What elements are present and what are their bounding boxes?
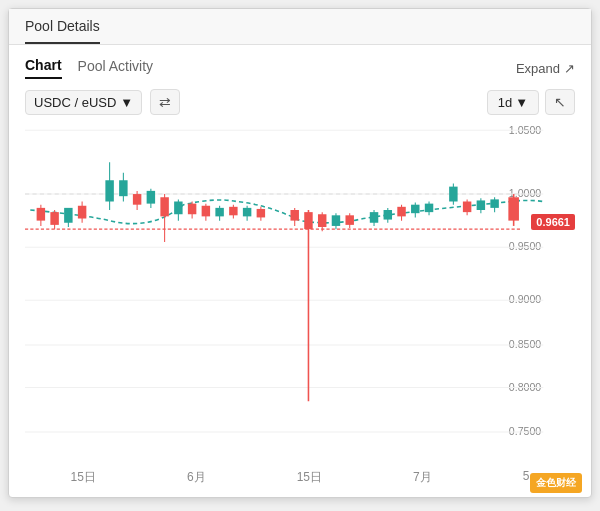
current-price-label: 0.9661: [531, 214, 575, 230]
expand-button[interactable]: Expand ↗: [516, 61, 575, 76]
pair-selector: USDC / eUSD ▼ ⇄: [25, 89, 180, 115]
tab-chart[interactable]: Chart: [25, 57, 62, 79]
x-axis: 15日 6月 15日 7月 5: [25, 469, 575, 486]
cursor-button[interactable]: ↖: [545, 89, 575, 115]
svg-rect-62: [397, 207, 405, 217]
svg-rect-30: [147, 191, 155, 204]
svg-rect-72: [477, 200, 485, 210]
cursor-icon: ↖: [554, 94, 566, 110]
x-label-7month: 7月: [413, 469, 432, 486]
pair-button[interactable]: USDC / eUSD ▼: [25, 90, 142, 115]
expand-label: Expand: [516, 61, 560, 76]
svg-rect-52: [318, 214, 326, 227]
tabs-left: Chart Pool Activity: [25, 57, 153, 79]
svg-text:0.8500: 0.8500: [509, 338, 541, 350]
expand-icon: ↗: [564, 61, 575, 76]
svg-rect-76: [508, 197, 519, 220]
svg-rect-28: [133, 194, 141, 205]
svg-text:0.7500: 0.7500: [509, 425, 541, 437]
svg-rect-26: [119, 180, 127, 196]
candlestick-chart: 1.0500 1.0000 0.9500 0.9000 0.8500 0.800…: [25, 125, 575, 465]
svg-rect-16: [37, 208, 45, 221]
watermark: 金色财经: [530, 473, 582, 493]
svg-rect-58: [370, 212, 378, 223]
svg-rect-56: [345, 215, 353, 225]
svg-rect-24: [105, 180, 113, 201]
svg-rect-54: [332, 215, 340, 226]
svg-rect-60: [384, 210, 392, 220]
pool-details-window: Pool Details Chart Pool Activity Expand …: [8, 8, 592, 498]
svg-rect-38: [202, 206, 210, 217]
svg-rect-44: [243, 208, 251, 217]
svg-rect-50: [304, 212, 312, 229]
svg-rect-68: [449, 187, 457, 202]
svg-rect-64: [411, 205, 419, 214]
svg-text:0.8000: 0.8000: [509, 381, 541, 393]
controls-row: USDC / eUSD ▼ ⇄ 1d ▼ ↖: [25, 89, 575, 115]
pair-label: USDC / eUSD: [34, 95, 116, 110]
window-title[interactable]: Pool Details: [25, 10, 100, 44]
svg-rect-36: [188, 204, 196, 215]
x-label-15ri: 15日: [71, 469, 96, 486]
interval-dropdown-icon: ▼: [515, 95, 528, 110]
swap-button[interactable]: ⇄: [150, 89, 180, 115]
svg-rect-70: [463, 202, 471, 213]
svg-rect-32: [160, 197, 168, 216]
svg-rect-66: [425, 204, 433, 213]
pair-dropdown-icon: ▼: [120, 95, 133, 110]
x-label-5: 5: [523, 469, 530, 486]
x-label-6month: 6月: [187, 469, 206, 486]
svg-rect-20: [64, 208, 72, 223]
svg-rect-48: [290, 210, 298, 221]
x-label-15ri2: 15日: [297, 469, 322, 486]
svg-rect-42: [229, 207, 237, 216]
svg-text:0.9500: 0.9500: [509, 240, 541, 252]
svg-rect-46: [257, 209, 265, 218]
title-bar: Pool Details: [9, 9, 591, 45]
content-area: Chart Pool Activity Expand ↗ USDC / eUSD…: [9, 45, 591, 498]
svg-text:0.9000: 0.9000: [509, 293, 541, 305]
interval-label: 1d: [498, 95, 512, 110]
tabs-row: Chart Pool Activity Expand ↗: [25, 57, 575, 79]
svg-rect-22: [78, 206, 86, 219]
tab-pool-activity[interactable]: Pool Activity: [78, 58, 153, 78]
svg-rect-40: [215, 208, 223, 217]
swap-icon: ⇄: [159, 94, 171, 110]
svg-rect-34: [174, 202, 182, 215]
chart-area: 1.0500 1.0000 0.9500 0.9000 0.8500 0.800…: [25, 125, 575, 465]
right-controls: 1d ▼ ↖: [487, 89, 575, 115]
svg-rect-18: [50, 212, 58, 225]
interval-button[interactable]: 1d ▼: [487, 90, 539, 115]
svg-rect-74: [490, 199, 498, 208]
